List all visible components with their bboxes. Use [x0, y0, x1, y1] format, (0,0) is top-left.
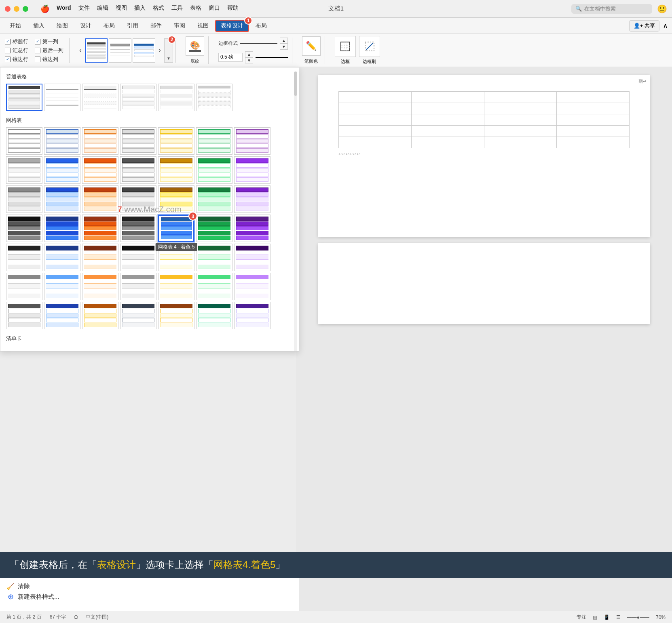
grid-table-7-1[interactable]	[6, 302, 42, 329]
checkbox-banded-rows-box[interactable]	[5, 57, 11, 62]
gallery-next[interactable]: ›	[157, 46, 163, 55]
plain-table-2[interactable]	[44, 84, 80, 111]
grid-table-7-3[interactable]	[82, 302, 118, 329]
minimize-button[interactable]	[14, 6, 19, 12]
grid-table-3-1[interactable]	[6, 185, 42, 213]
gallery-prev[interactable]: ‹	[78, 46, 83, 55]
grid-table-4-2[interactable]	[44, 215, 80, 242]
checkbox-last-col[interactable]: 最后一列	[35, 47, 63, 54]
panel-scrollbar-thumb[interactable]	[294, 72, 297, 96]
menu-table[interactable]: 表格	[190, 4, 201, 13]
tab-references[interactable]: 引用	[121, 20, 144, 32]
tab-insert[interactable]: 插入	[27, 20, 50, 32]
plain-table-5[interactable]	[158, 84, 194, 111]
menu-view[interactable]: 视图	[116, 4, 127, 13]
grid-table-4-7[interactable]	[234, 215, 270, 242]
grid-table-5-7[interactable]	[234, 244, 270, 271]
grid-table-3-2[interactable]	[44, 185, 80, 213]
menu-format[interactable]: 格式	[153, 4, 164, 13]
grid-table-3-4[interactable]	[120, 185, 156, 213]
tab-table-design[interactable]: 表格设计 1	[215, 20, 249, 32]
menu-help[interactable]: 帮助	[227, 4, 239, 13]
grid-table-1-1[interactable]	[6, 127, 42, 155]
grid-table-4-4[interactable]	[120, 215, 156, 242]
clear-action[interactable]: 🧹 清除	[6, 582, 293, 590]
grid-table-5-1[interactable]	[6, 244, 42, 271]
maximize-button[interactable]	[23, 6, 28, 12]
gallery-thumb-2[interactable]	[109, 38, 131, 63]
grid-table-6-2[interactable]	[44, 273, 80, 300]
checkbox-last-col-box[interactable]	[35, 48, 40, 53]
grid-table-5-6[interactable]	[196, 244, 232, 271]
menu-insert[interactable]: 插入	[134, 4, 146, 13]
grid-table-7-5[interactable]	[158, 302, 194, 329]
grid-table-6-3[interactable]	[82, 273, 118, 300]
border-button[interactable]	[335, 36, 356, 57]
checkbox-first-col-box[interactable]	[35, 39, 40, 44]
tab-layout[interactable]: 布局	[98, 20, 120, 32]
grid-table-1-3[interactable]	[82, 127, 118, 155]
grid-table-4-5[interactable]: 网格表 4 - 着色 5 3	[158, 215, 194, 242]
gallery-thumb-1[interactable]	[85, 38, 108, 63]
grid-table-7-4[interactable]	[120, 302, 156, 329]
plain-table-3[interactable]	[82, 84, 118, 111]
tab-design[interactable]: 设计	[74, 20, 97, 32]
grid-table-1-5[interactable]	[158, 127, 194, 155]
grid-table-5-2[interactable]	[44, 244, 80, 271]
plain-table-4[interactable]	[120, 84, 156, 111]
grid-table-7-2[interactable]	[44, 302, 80, 329]
checkbox-title-row[interactable]: 标题行	[5, 38, 28, 45]
grid-table-5-4[interactable]	[120, 244, 156, 271]
checkbox-total-row-box[interactable]	[5, 48, 11, 53]
focus-mode[interactable]: 专注	[577, 614, 586, 621]
grid-table-4-3[interactable]	[82, 215, 118, 242]
grid-table-4-1[interactable]	[6, 215, 42, 242]
checkbox-first-col[interactable]: 第一列	[35, 38, 63, 45]
menu-file[interactable]: 文件	[78, 4, 90, 13]
grid-table-2-6[interactable]	[196, 156, 232, 184]
border-size-input[interactable]	[218, 53, 243, 62]
border-size-stepper[interactable]: ▲ ▼	[245, 51, 253, 63]
user-avatar[interactable]: 🙂	[657, 4, 667, 14]
grid-table-6-1[interactable]	[6, 273, 42, 300]
plain-table-6[interactable]	[196, 84, 232, 111]
grid-table-3-3[interactable]	[82, 185, 118, 213]
grid-table-1-4[interactable]	[120, 127, 156, 155]
grid-table-1-6[interactable]	[196, 127, 232, 155]
tab-layout2[interactable]: 布局	[250, 20, 273, 32]
border-style-stepper[interactable]: ▲ ▼	[280, 38, 288, 50]
checkbox-banded-rows[interactable]: 镶边行	[5, 56, 28, 63]
grid-table-3-5[interactable]	[158, 185, 194, 213]
pen-color-button[interactable]: ✏️	[302, 36, 321, 56]
grid-table-2-7[interactable]	[234, 156, 270, 184]
grid-table-6-6[interactable]	[196, 273, 232, 300]
plain-table-1[interactable]	[6, 84, 42, 111]
tab-mail[interactable]: 邮件	[145, 20, 167, 32]
grid-table-2-4[interactable]	[120, 156, 156, 184]
grid-table-1-7[interactable]	[234, 127, 270, 155]
grid-table-7-6[interactable]	[196, 302, 232, 329]
gallery-thumb-3[interactable]	[133, 38, 155, 63]
grid-table-1-2[interactable]	[44, 127, 80, 155]
tab-view[interactable]: 视图	[192, 20, 214, 32]
menu-window[interactable]: 窗口	[209, 4, 220, 13]
grid-table-6-7[interactable]	[234, 273, 270, 300]
checkbox-banded-cols-box[interactable]	[35, 57, 40, 62]
grid-table-2-3[interactable]	[82, 156, 118, 184]
grid-table-2-1[interactable]	[6, 156, 42, 184]
grid-table-4-6[interactable]	[196, 215, 232, 242]
grid-table-3-7[interactable]	[234, 185, 270, 213]
close-button[interactable]	[5, 6, 11, 12]
checkbox-total-row[interactable]: 汇总行	[5, 47, 28, 54]
gallery-dropdown-btn[interactable]: ▼ 2	[164, 38, 173, 63]
checkbox-banded-cols[interactable]: 镶边列	[35, 56, 63, 63]
share-button[interactable]: 👤+ 共享	[629, 20, 659, 32]
grid-table-3-6[interactable]	[196, 185, 232, 213]
menu-tools[interactable]: 工具	[171, 4, 183, 13]
zoom-slider[interactable]: ——●——	[627, 615, 649, 620]
shading-button[interactable]: 🎨	[186, 36, 204, 56]
collapse-ribbon-icon[interactable]: ∧	[663, 21, 668, 30]
tab-start[interactable]: 开始	[4, 20, 27, 32]
grid-table-7-7[interactable]	[234, 302, 270, 329]
border-brush-button[interactable]	[359, 36, 380, 57]
